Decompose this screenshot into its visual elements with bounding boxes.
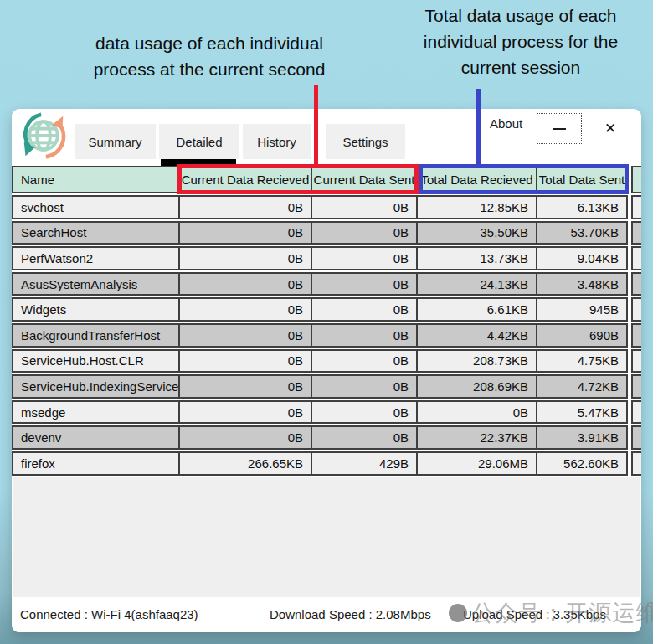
- cell-stub: [631, 272, 641, 296]
- annotation-line: current session: [390, 54, 651, 80]
- annotation-line: Total data usage of each: [390, 3, 651, 28]
- cell-total-received: 35.50KB: [418, 221, 537, 245]
- cell-current-sent: 0B: [312, 246, 418, 270]
- cell-name: firefox: [12, 451, 180, 476]
- table-row[interactable]: AsusSystemAnalysis0B0B24.13KB3.48KB: [12, 272, 641, 296]
- annotation-current-second: data usage of each individual process at…: [59, 30, 360, 82]
- cell-current-sent: 0B: [312, 297, 418, 322]
- table-row[interactable]: ServiceHub.Host.CLR0B0B208.73KB4.75KB: [12, 349, 641, 374]
- cell-total-received: 4.42KB: [418, 323, 537, 348]
- cell-stub: [631, 425, 641, 450]
- table-row[interactable]: firefox266.65KB429B29.06MB562.60KB: [12, 451, 641, 476]
- globe-arrows-icon: [20, 111, 67, 160]
- cell-total-received: 0B: [418, 400, 537, 425]
- minimize-icon: [553, 128, 566, 130]
- column-header-name[interactable]: Name: [12, 166, 180, 193]
- cell-current-received: 0B: [180, 272, 312, 296]
- cell-total-sent: 562.60KB: [537, 451, 628, 476]
- cell-stub: [631, 400, 641, 425]
- cell-name: AsusSystemAnalysis: [12, 272, 180, 296]
- watermark: 公众号：开源运维: [449, 598, 653, 628]
- cell-total-received: 208.69KB: [418, 374, 537, 399]
- table-row[interactable]: msedge0B0B0B5.47KB: [12, 400, 641, 425]
- chat-bubble-icon: [449, 604, 467, 622]
- cell-total-sent: 9.04KB: [537, 246, 628, 270]
- cell-stub: [631, 246, 641, 270]
- annotation-line: process at the current second: [59, 56, 360, 82]
- cell-current-received: 266.65KB: [180, 451, 312, 476]
- table-empty-area: [13, 477, 640, 597]
- cell-current-sent: 0B: [312, 349, 418, 374]
- cell-current-received: 0B: [180, 297, 312, 322]
- cell-current-received: 0B: [180, 221, 312, 245]
- table-row[interactable]: BackgroundTransferHost0B0B4.42KB690B: [12, 323, 641, 348]
- cell-name: SearchHost: [12, 221, 180, 245]
- cell-total-received: 22.37KB: [418, 425, 537, 450]
- screen: data usage of each individual process at…: [0, 0, 653, 644]
- table-row[interactable]: devenv0B0B22.37KB3.91KB: [12, 425, 641, 450]
- cell-stub: [631, 221, 641, 245]
- cell-current-received: 0B: [180, 425, 312, 450]
- cell-current-sent: 0B: [312, 425, 418, 450]
- tab-detailed[interactable]: Detailed: [159, 124, 239, 159]
- close-icon[interactable]: ✕: [599, 117, 622, 139]
- cell-current-sent: 0B: [312, 374, 418, 399]
- cell-current-received: 0B: [180, 195, 312, 219]
- minimize-button[interactable]: [537, 113, 582, 144]
- cell-name: PerfWatson2: [12, 246, 180, 270]
- cell-total-received: 208.73KB: [418, 349, 537, 374]
- cell-total-received: 29.06MB: [418, 451, 537, 476]
- table-row[interactable]: svchost0B0B12.85KB6.13KB: [12, 195, 641, 219]
- cell-current-sent: 0B: [312, 221, 418, 245]
- cell-name: ServiceHub.IndexingService: [12, 374, 180, 399]
- cell-stub: [631, 349, 641, 374]
- cell-current-received: 0B: [180, 400, 312, 425]
- blue-highlight-box: [419, 164, 629, 194]
- cell-total-sent: 6.13KB: [537, 195, 628, 219]
- cell-name: svchost: [12, 195, 180, 219]
- cell-stub: [631, 451, 641, 476]
- cell-current-sent: 0B: [312, 323, 418, 348]
- cell-current-sent: 0B: [312, 195, 418, 219]
- tab-summary[interactable]: Summary: [75, 124, 156, 159]
- table-row[interactable]: PerfWatson20B0B13.73KB9.04KB: [12, 246, 641, 270]
- red-callout-line: [314, 85, 318, 166]
- cell-current-received: 0B: [180, 246, 312, 270]
- table-row[interactable]: Widgets0B0B6.61KB945B: [12, 297, 641, 322]
- annotation-line: individual process for the: [390, 28, 651, 54]
- cell-current-sent: 0B: [312, 400, 418, 425]
- tab-settings[interactable]: Settings: [326, 124, 405, 159]
- process-data-table: Name Current Data Recieved Current Data …: [12, 166, 641, 477]
- watermark-text: 公众号：开源运维: [471, 598, 653, 628]
- cell-name: devenv: [12, 425, 180, 450]
- table-row[interactable]: SearchHost0B0B35.50KB53.70KB: [12, 221, 641, 245]
- cell-current-sent: 0B: [312, 272, 418, 296]
- cell-current-received: 0B: [180, 349, 312, 374]
- cell-stub: [631, 297, 641, 322]
- cell-total-received: 13.73KB: [418, 246, 537, 270]
- cell-name: msedge: [12, 400, 180, 425]
- cell-total-sent: 3.91KB: [537, 425, 628, 450]
- blue-callout-line: [476, 89, 481, 166]
- cell-current-sent: 429B: [312, 451, 418, 476]
- cell-name: BackgroundTransferHost: [12, 323, 180, 348]
- cell-name: ServiceHub.Host.CLR: [12, 349, 180, 374]
- cell-total-sent: 5.47KB: [537, 400, 628, 425]
- cell-total-sent: 53.70KB: [537, 221, 628, 245]
- annotation-total-session: Total data usage of each individual proc…: [390, 3, 651, 80]
- table-body: svchost0B0B12.85KB6.13KBSearchHost0B0B35…: [12, 195, 641, 476]
- about-button[interactable]: About: [490, 116, 522, 131]
- cell-total-received: 24.13KB: [418, 272, 537, 296]
- cell-stub: [631, 195, 641, 219]
- cell-total-sent: 4.72KB: [537, 374, 628, 399]
- cell-current-received: 0B: [180, 374, 312, 399]
- cell-stub: [631, 374, 641, 399]
- red-highlight-box: [177, 164, 419, 194]
- tab-history[interactable]: History: [243, 124, 311, 159]
- table-row[interactable]: ServiceHub.IndexingService0B0B208.69KB4.…: [12, 374, 641, 399]
- cell-total-sent: 945B: [537, 297, 628, 322]
- cell-total-sent: 690B: [537, 323, 628, 348]
- cell-total-received: 6.61KB: [418, 297, 537, 322]
- cell-current-received: 0B: [180, 323, 312, 348]
- cell-name: Widgets: [12, 297, 180, 322]
